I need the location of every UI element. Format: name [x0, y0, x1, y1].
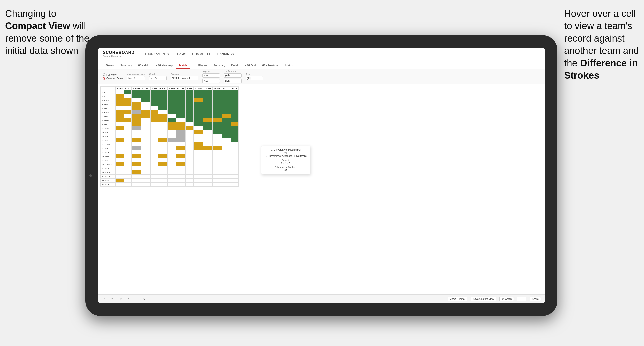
matrix-cell[interactable]	[124, 162, 132, 166]
matrix-cell[interactable]	[158, 162, 168, 166]
matrix-cell[interactable]	[151, 118, 158, 122]
matrix-cell[interactable]	[185, 106, 193, 110]
matrix-cell[interactable]	[168, 138, 176, 142]
matrix-cell[interactable]	[168, 94, 176, 98]
matrix-cell[interactable]	[116, 134, 124, 138]
matrix-cell[interactable]	[185, 183, 193, 187]
matrix-cell[interactable]	[116, 158, 124, 162]
matrix-cell[interactable]	[222, 98, 231, 102]
matrix-cell[interactable]	[168, 146, 176, 150]
matrix-cell[interactable]	[116, 118, 124, 122]
nav-committee[interactable]: COMMITTEE	[192, 52, 211, 56]
matrix-cell[interactable]	[151, 158, 158, 162]
matrix-cell[interactable]	[203, 118, 212, 122]
matrix-cell[interactable]	[185, 166, 193, 170]
matrix-cell[interactable]	[193, 142, 203, 146]
matrix-cell[interactable]	[231, 134, 238, 138]
matrix-cell[interactable]	[231, 166, 238, 170]
matrix-cell[interactable]	[168, 183, 176, 187]
matrix-cell[interactable]	[231, 138, 238, 142]
matrix-cell[interactable]	[124, 102, 132, 106]
matrix-cell[interactable]	[116, 114, 124, 118]
matrix-cell[interactable]	[222, 158, 231, 162]
matrix-cell[interactable]	[124, 183, 132, 187]
matrix-cell[interactable]	[168, 122, 176, 126]
matrix-cell[interactable]	[231, 142, 238, 146]
matrix-cell[interactable]	[132, 106, 141, 110]
matrix-cell[interactable]	[141, 122, 151, 126]
matrix-cell[interactable]	[158, 90, 168, 94]
matrix-cell[interactable]	[116, 94, 124, 98]
matrix-cell[interactable]	[193, 118, 203, 122]
matrix-cell[interactable]	[231, 118, 238, 122]
matrix-cell[interactable]	[141, 94, 151, 98]
matrix-cell[interactable]	[193, 146, 203, 150]
matrix-cell[interactable]	[151, 114, 158, 118]
matrix-cell[interactable]	[158, 130, 168, 134]
matrix-cell[interactable]	[185, 130, 193, 134]
matrix-cell[interactable]	[141, 150, 151, 154]
matrix-cell[interactable]	[141, 102, 151, 106]
matrix-cell[interactable]	[141, 142, 151, 146]
tab-players-h2h-grid[interactable]: H2H Grid	[241, 62, 259, 69]
matrix-cell[interactable]	[203, 175, 212, 179]
matrix-cell[interactable]	[151, 122, 158, 126]
matrix-cell[interactable]	[213, 179, 222, 183]
matrix-cell[interactable]	[151, 134, 158, 138]
matrix-cell[interactable]	[213, 118, 222, 122]
matrix-cell[interactable]	[213, 122, 222, 126]
matrix-cell[interactable]	[203, 179, 212, 183]
matrix-cell[interactable]	[124, 122, 132, 126]
matrix-cell[interactable]	[222, 110, 231, 114]
matrix-cell[interactable]	[168, 158, 176, 162]
matrix-cell[interactable]	[176, 179, 186, 183]
matrix-cell[interactable]	[141, 118, 151, 122]
matrix-cell[interactable]	[116, 162, 124, 166]
matrix-cell[interactable]	[176, 98, 186, 102]
matrix-cell[interactable]	[158, 102, 168, 106]
matrix-cell[interactable]	[141, 138, 151, 142]
matrix-cell[interactable]	[176, 154, 186, 158]
matrix-cell[interactable]	[168, 126, 176, 130]
matrix-cell[interactable]	[168, 162, 176, 166]
matrix-cell[interactable]	[176, 134, 186, 138]
matrix-cell[interactable]	[185, 122, 193, 126]
matrix-cell[interactable]	[193, 90, 203, 94]
matrix-cell[interactable]	[132, 138, 141, 142]
matrix-cell[interactable]	[158, 154, 168, 158]
matrix-cell[interactable]	[213, 146, 222, 150]
matrix-cell[interactable]	[168, 134, 176, 138]
view-full-option[interactable]: Full View	[103, 73, 123, 76]
matrix-cell[interactable]	[168, 166, 176, 170]
view-original-button[interactable]: View: Original	[448, 297, 468, 301]
matrix-cell[interactable]	[222, 134, 231, 138]
matrix-cell[interactable]	[213, 154, 222, 158]
matrix-cell[interactable]	[168, 175, 176, 179]
matrix-cell[interactable]	[151, 146, 158, 150]
matrix-cell[interactable]	[141, 134, 151, 138]
matrix-cell[interactable]	[151, 126, 158, 130]
matrix-cell[interactable]	[231, 90, 238, 94]
matrix-cell[interactable]	[222, 179, 231, 183]
matrix-cell[interactable]	[185, 158, 193, 162]
matrix-cell[interactable]	[231, 102, 238, 106]
matrix-cell[interactable]	[193, 94, 203, 98]
matrix-cell[interactable]	[116, 183, 124, 187]
matrix-cell[interactable]	[124, 154, 132, 158]
matrix-cell[interactable]	[124, 126, 132, 130]
matrix-cell[interactable]	[193, 158, 203, 162]
redo-button[interactable]: ↷	[110, 297, 115, 301]
matrix-cell[interactable]	[158, 106, 168, 110]
matrix-cell[interactable]	[193, 170, 203, 175]
matrix-cell[interactable]	[158, 166, 168, 170]
matrix-cell[interactable]	[185, 114, 193, 118]
matrix-cell[interactable]	[151, 150, 158, 154]
matrix-cell[interactable]	[124, 90, 132, 94]
team-select[interactable]: (All)	[246, 76, 263, 80]
matrix-cell[interactable]	[185, 118, 193, 122]
tab-h2h-grid[interactable]: H2H Grid	[135, 62, 152, 69]
matrix-cell[interactable]	[124, 94, 132, 98]
matrix-cell[interactable]	[141, 98, 151, 102]
matrix-cell[interactable]	[176, 122, 186, 126]
matrix-cell[interactable]	[176, 183, 186, 187]
